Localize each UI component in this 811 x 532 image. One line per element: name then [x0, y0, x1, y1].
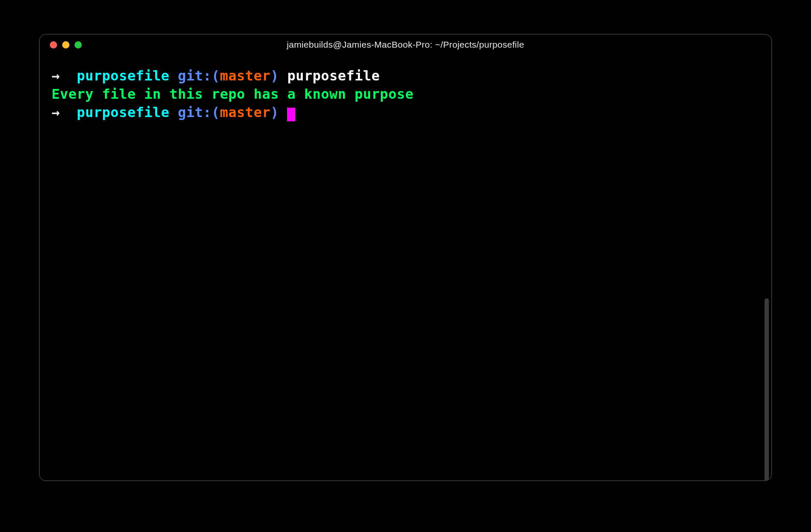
paren-open: (: [212, 68, 220, 84]
title-bar: jamiebuilds@Jamies-MacBook-Pro: ~/Projec…: [40, 34, 771, 55]
minimize-button[interactable]: [62, 41, 69, 49]
paren-open-2: (: [212, 104, 220, 120]
terminal-window: jamiebuilds@Jamies-MacBook-Pro: ~/Projec…: [39, 34, 772, 481]
prompt-directory-2: purposefile: [77, 104, 169, 120]
cursor: [287, 108, 295, 121]
prompt-arrow: →: [52, 68, 60, 84]
git-label: git:: [178, 68, 211, 84]
terminal-content[interactable]: → purposefile git:(master) purposefile E…: [40, 55, 771, 134]
scrollbar[interactable]: [765, 298, 769, 481]
paren-close: ): [270, 68, 279, 84]
prompt-directory: purposefile: [77, 68, 169, 84]
traffic-lights: [50, 41, 82, 49]
prompt-line-1: → purposefile git:(master) purposefile: [52, 67, 759, 85]
maximize-button[interactable]: [75, 41, 82, 49]
output-line: Every file in this repo has a known purp…: [52, 85, 759, 103]
command-text: purposefile: [287, 68, 380, 84]
paren-close-2: ): [270, 104, 279, 120]
prompt-line-2: → purposefile git:(master): [52, 103, 759, 122]
window-title: jamiebuilds@Jamies-MacBook-Pro: ~/Projec…: [287, 40, 524, 50]
prompt-arrow-2: →: [52, 104, 60, 120]
output-text: Every file in this repo has a known purp…: [52, 86, 414, 102]
git-label-2: git:: [178, 104, 211, 120]
git-branch-2: master: [220, 104, 270, 120]
close-button[interactable]: [50, 41, 57, 49]
git-branch: master: [220, 68, 270, 84]
